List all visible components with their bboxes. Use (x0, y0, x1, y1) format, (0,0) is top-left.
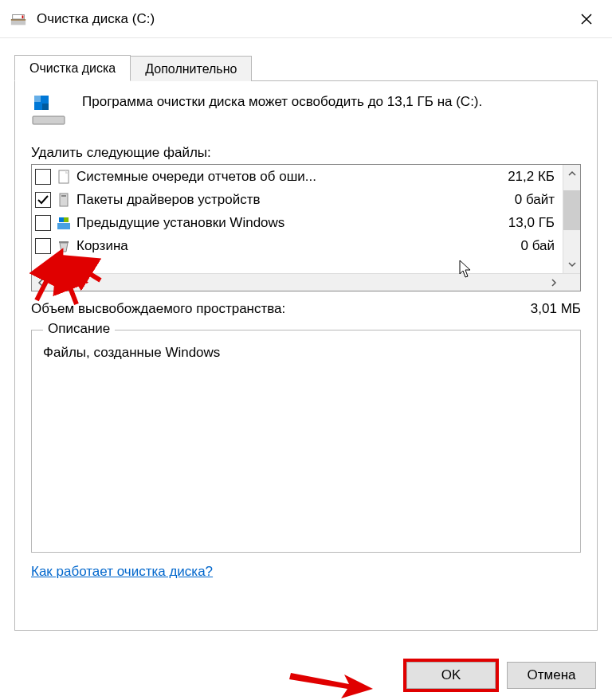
disk-cleanup-window: Очистка диска (C:) Очистка диска Дополни… (0, 0, 612, 700)
file-row[interactable]: Системные очереди отчетов об оши... 21,2… (32, 165, 563, 188)
annotation-ok-arrow (287, 659, 375, 698)
close-button[interactable] (571, 3, 602, 35)
tabs: Очистка диска Дополнительно (14, 54, 598, 81)
disk-cleanup-icon (10, 10, 27, 28)
summary-text: Программа очистки диска может освободить… (82, 92, 482, 111)
file-row[interactable]: Пакеты драйверов устройств 0 байт (32, 188, 563, 211)
file-row[interactable]: Корзина 0 бай (32, 234, 563, 257)
scroll-up-arrow[interactable] (563, 165, 580, 182)
checkbox[interactable] (35, 192, 51, 208)
file-name: Предыдущие установки Windows (76, 215, 508, 231)
scroll-thumb[interactable] (563, 190, 580, 230)
scroll-track[interactable] (49, 274, 545, 291)
svg-rect-0 (11, 20, 26, 25)
titlebar: Очистка диска (C:) (0, 0, 612, 38)
driver-icon (56, 192, 72, 208)
scroll-down-arrow[interactable] (563, 256, 580, 273)
svg-rect-13 (64, 217, 69, 222)
svg-rect-14 (59, 241, 69, 243)
scroll-right-arrow[interactable] (545, 274, 563, 291)
file-size: 21,2 КБ (508, 169, 559, 185)
recycle-bin-icon (56, 238, 72, 254)
description-legend: Описание (43, 321, 115, 337)
window-title: Очистка диска (C:) (37, 11, 571, 27)
scroll-track[interactable] (563, 182, 580, 256)
file-name: Системные очереди отчетов об оши... (76, 169, 508, 185)
file-size: 0 бай (521, 238, 559, 254)
vertical-scrollbar[interactable] (563, 165, 580, 273)
file-size: 0 байт (515, 192, 559, 208)
svg-rect-7 (42, 104, 49, 110)
description-body: Файлы, созданные Windows (43, 345, 569, 361)
total-label: Объем высвобождаемого пространства: (31, 301, 285, 317)
svg-rect-10 (61, 195, 66, 197)
tab-cleanup[interactable]: Очистка диска (14, 55, 131, 81)
tab-advanced[interactable]: Дополнительно (131, 56, 252, 81)
scroll-left-arrow[interactable] (32, 274, 49, 291)
svg-rect-4 (33, 116, 65, 124)
file-row[interactable]: Предыдущие установки Windows 13,0 ГБ (32, 211, 563, 234)
file-name: Пакеты драйверов устройств (76, 192, 515, 208)
files-list: Системные очереди отчетов об оши... 21,2… (31, 164, 581, 291)
ok-button[interactable]: OK (406, 662, 496, 689)
svg-rect-12 (59, 217, 64, 222)
help-link[interactable]: Как работает очистка диска? (31, 564, 213, 580)
file-name: Корзина (76, 238, 521, 254)
horizontal-scrollbar[interactable] (32, 273, 580, 291)
svg-rect-11 (57, 223, 70, 229)
tab-panel: Программа очистки диска может освободить… (14, 81, 598, 631)
file-size: 13,0 ГБ (508, 215, 559, 231)
total-value: 3,01 МБ (531, 301, 581, 317)
drive-icon (31, 92, 66, 127)
svg-rect-6 (34, 96, 41, 102)
description-group: Описание Файлы, созданные Windows (31, 330, 581, 553)
svg-rect-3 (22, 15, 24, 18)
cancel-button[interactable]: Отмена (507, 662, 596, 689)
checkbox[interactable] (35, 215, 51, 231)
checkbox[interactable] (35, 238, 51, 254)
windows-icon (56, 215, 72, 231)
checkbox[interactable] (35, 169, 51, 185)
file-icon (56, 169, 72, 185)
files-label: Удалить следующие файлы: (31, 145, 581, 161)
